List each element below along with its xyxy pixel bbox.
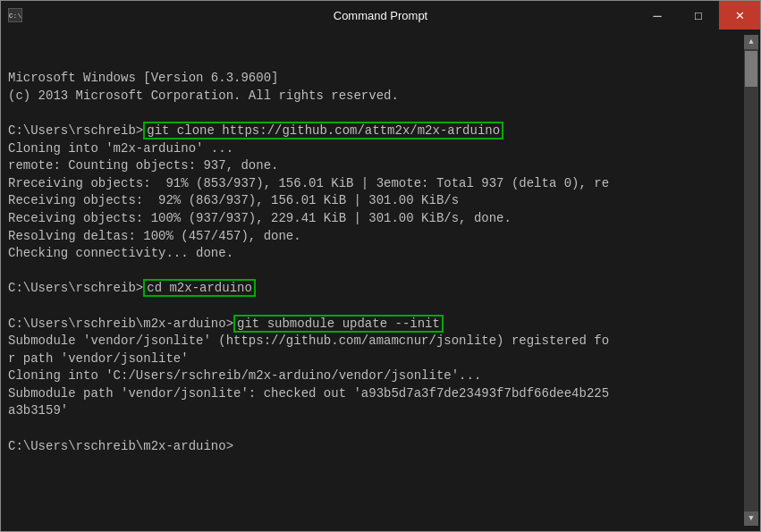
terminal-line: C:\Users\rschreib\m2x-arduino>git submod… xyxy=(8,316,744,334)
terminal-line: Resolving deltas: 100% (457/457), done. xyxy=(8,228,744,246)
window-icon: C:\ xyxy=(8,8,22,22)
highlighted-command: git submodule update --init xyxy=(233,315,444,333)
terminal-line: r path 'vendor/jsonlite' xyxy=(8,350,744,368)
terminal-line: Receiving objects: 92% (863/937), 156.01… xyxy=(8,192,744,210)
prompt-text: C:\Users\rschreib> xyxy=(8,123,143,138)
scrollbar-thumb[interactable] xyxy=(745,51,757,87)
maximize-button[interactable]: □ xyxy=(678,1,719,30)
close-button[interactable]: ✕ xyxy=(719,1,760,30)
terminal-line: Cloning into 'C:/Users/rschreib/m2x-ardu… xyxy=(8,367,744,385)
terminal-line: Submodule path 'vendor/jsonlite': checke… xyxy=(8,385,744,403)
prompt-text: C:\Users\rschreib\m2x-arduino> xyxy=(8,317,233,331)
terminal-line: (c) 2013 Microsoft Corporation. All righ… xyxy=(8,88,744,106)
terminal-line xyxy=(8,420,744,438)
prompt-text: C:\Users\rschreib> xyxy=(8,281,143,295)
terminal-line: Receiving objects: 100% (937/937), 229.4… xyxy=(8,210,744,228)
terminal-line: remote: Counting objects: 937, done. xyxy=(8,157,744,175)
terminal-line xyxy=(8,298,744,316)
terminal-line: Cloning into 'm2x-arduino' ... xyxy=(8,140,744,158)
terminal-line xyxy=(8,105,744,122)
terminal-area[interactable]: Microsoft Windows [Version 6.3.9600](c) … xyxy=(1,30,760,531)
highlighted-command: cd m2x-arduino xyxy=(143,279,256,297)
terminal-line: Microsoft Windows [Version 6.3.9600] xyxy=(8,70,744,88)
title-bar: C:\ Command Prompt ─ □ ✕ xyxy=(1,1,760,30)
title-bar-controls: ─ □ ✕ xyxy=(637,1,760,30)
terminal-line: C:\Users\rschreib>cd m2x-arduino xyxy=(8,280,744,298)
scrollbar-up-button[interactable]: ▲ xyxy=(744,35,758,49)
terminal-line: Submodule 'vendor/jsonlite' (https://git… xyxy=(8,333,744,350)
highlighted-command: git clone https://github.com/attm2x/m2x-… xyxy=(143,122,503,139)
terminal-line: Rreceiving objects: 91% (853/937), 156.0… xyxy=(8,175,744,193)
title-bar-left: C:\ xyxy=(8,8,22,22)
terminal-line: C:\Users\rschreib>git clone https://gith… xyxy=(8,122,744,140)
terminal-line: a3b3159' xyxy=(8,402,744,420)
terminal-line: C:\Users\rschreib\m2x-arduino> xyxy=(8,438,744,456)
command-prompt-window: C:\ Command Prompt ─ □ ✕ Microsoft Windo… xyxy=(0,0,761,532)
scrollbar-down-button[interactable]: ▼ xyxy=(744,511,758,526)
minimize-button[interactable]: ─ xyxy=(637,1,678,30)
terminal-line xyxy=(8,263,744,281)
scrollbar[interactable]: ▲ ▼ xyxy=(744,35,758,526)
terminal-content: Microsoft Windows [Version 6.3.9600](c) … xyxy=(8,35,744,526)
terminal-line: Checking connectivity... done. xyxy=(8,245,744,263)
